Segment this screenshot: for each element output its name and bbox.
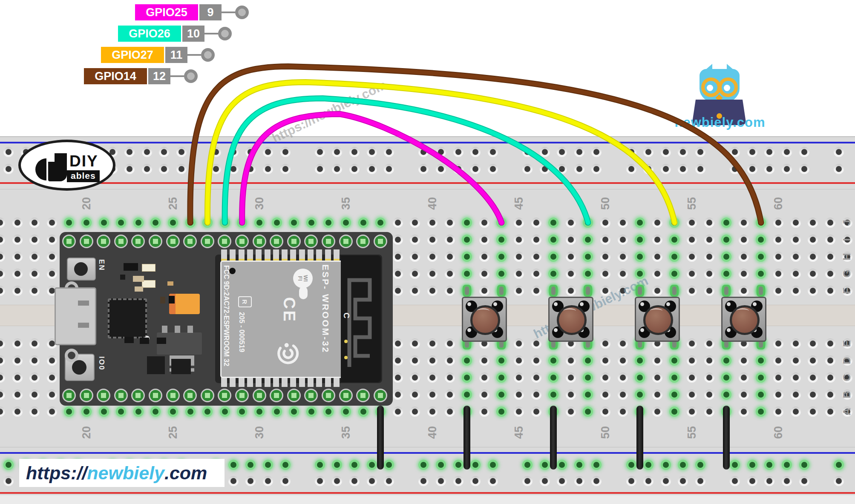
breadboard-hole (704, 372, 714, 383)
gpio-label: GPIO25 (135, 4, 198, 20)
esp32-pin-socket (149, 389, 162, 402)
breadboard-hole-connected (462, 389, 472, 400)
breadboard-hole (808, 407, 818, 417)
row-letter: C (841, 374, 853, 381)
breadboard-hole (747, 147, 757, 157)
breadboard-hole-connected (643, 460, 653, 470)
row-letter: F (841, 288, 853, 294)
breadboard-hole-connected (462, 218, 472, 228)
row-letter: A (841, 408, 853, 415)
column-number: 20 (80, 426, 93, 439)
breadboard-hole (531, 252, 541, 262)
breadboard-hole-connected (306, 218, 317, 228)
breadboard-hole (825, 269, 835, 279)
esp32-pin-socket (218, 389, 231, 402)
breadboard-hole-connected (721, 269, 731, 279)
breadboard-hole (687, 389, 697, 400)
breadboard-hole-connected (254, 218, 265, 228)
breadboard-hole-connected (635, 218, 645, 228)
breadboard-hole-connected (635, 355, 645, 366)
breadboard-hole (315, 476, 325, 486)
esp32-pin-socket (201, 389, 214, 402)
breadboard-hole-connected (185, 407, 196, 417)
callout-line (204, 33, 218, 34)
breadboard-hole (393, 252, 403, 262)
breadboard-hole-connected (280, 460, 291, 470)
breadboard-hole (808, 286, 818, 296)
breadboard-hole (808, 372, 818, 383)
diyables-title: DIY (69, 152, 98, 170)
button-cap (730, 305, 760, 335)
esp32-pin-socket (183, 389, 197, 402)
diyables-glyph-icon (35, 158, 46, 180)
esp32-pin-socket (356, 389, 370, 402)
smd-component (140, 338, 149, 344)
module-pad (308, 249, 314, 261)
diyables-subtitle: ables (67, 170, 100, 182)
breadboard-hole (618, 252, 628, 262)
breadboard-hole (47, 372, 57, 383)
footer-url-name: newbiely (87, 463, 164, 484)
esp32-pin-socket (253, 389, 266, 402)
breadboard-hole-connected (220, 407, 230, 417)
module-pad (239, 249, 245, 261)
breadboard-hole (427, 286, 438, 296)
breadboard-hole (514, 372, 524, 383)
breadboard-hole-connected (228, 460, 239, 470)
breadboard-hole-connected (721, 355, 731, 366)
breadboard-hole (747, 164, 757, 174)
breadboard-hole (773, 389, 783, 400)
breadboard-hole (142, 164, 152, 174)
ce-mark: CE (280, 297, 298, 323)
breadboard-hole (652, 372, 662, 383)
smd-component (167, 281, 173, 286)
breadboard-hole (384, 476, 394, 486)
column-number: 60 (772, 426, 785, 439)
breadboard-hole (557, 476, 567, 486)
breadboard-hole (730, 164, 740, 174)
breadboard-hole (280, 147, 291, 157)
breadboard-hole (799, 476, 809, 486)
button-cap (643, 305, 673, 335)
column-number: 50 (599, 197, 612, 210)
breadboard-hole (704, 389, 714, 400)
breadboard-hole (315, 164, 325, 174)
column-number: 50 (599, 426, 612, 439)
breadboard-hole-connected (349, 460, 360, 470)
breadboard-hole-connected (557, 460, 567, 470)
breadboard-hole (176, 147, 187, 157)
wifi-logo-icon (299, 286, 308, 299)
row-letter: B (841, 391, 853, 398)
breadboard-hole (427, 269, 438, 279)
esp32-pin-socket (374, 389, 387, 402)
breadboard-hole (479, 269, 489, 279)
breadboard-hole (773, 338, 783, 349)
breadboard-hole (427, 355, 438, 366)
breadboard-hole (687, 269, 697, 279)
breadboard-hole (470, 147, 481, 157)
breadboard-hole (687, 355, 697, 366)
breadboard-hole (531, 389, 541, 400)
row-letter: G (841, 270, 853, 278)
breadboard-hole-connected (358, 218, 368, 228)
micro-usb-port (55, 287, 96, 345)
breadboard-hole (695, 164, 705, 174)
breadboard-hole (393, 389, 403, 400)
breadboard-hole (211, 147, 221, 157)
row-letter: D (841, 357, 853, 364)
breadboard-hole (12, 286, 23, 296)
breadboard-hole (566, 252, 576, 262)
breadboard-hole (739, 252, 749, 262)
breadboard-hole-connected (695, 460, 705, 470)
breadboard-hole-connected (462, 355, 472, 366)
ground-wire (377, 406, 384, 470)
breadboard-ridge (0, 189, 855, 189)
breadboard-hole-connected (168, 218, 178, 228)
breadboard-hole (479, 235, 489, 245)
breadboard-hole (514, 389, 524, 400)
breadboard-hole (600, 235, 610, 245)
footer-url-tld: .com (164, 463, 207, 484)
breadboard-hole (834, 147, 844, 157)
pin-number: 11 (165, 47, 187, 63)
breadboard-hole (445, 235, 455, 245)
